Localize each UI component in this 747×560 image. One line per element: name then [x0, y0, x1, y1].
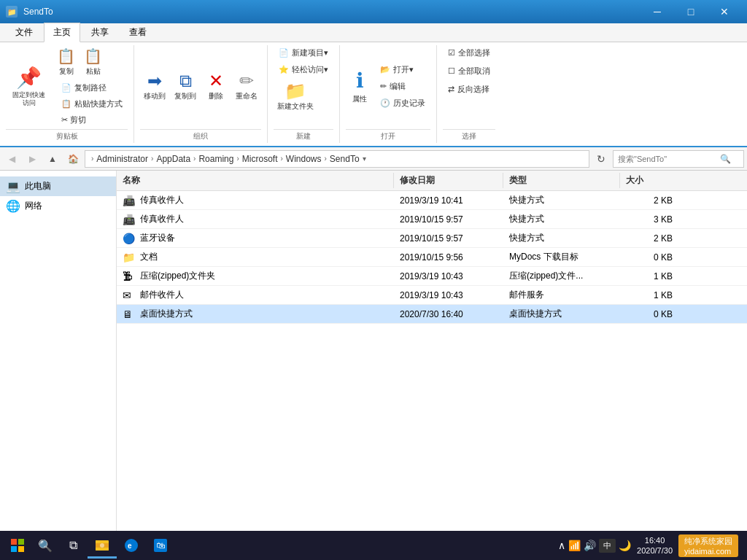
tab-view[interactable]: 查看 — [120, 23, 156, 42]
table-row[interactable]: ✉ 邮件收件人 2019/3/19 10:43 邮件服务 1 KB — [117, 286, 747, 305]
file-date: 2019/10/15 9:57 — [394, 230, 503, 246]
col-type[interactable]: 类型 — [503, 173, 620, 188]
easy-access-button[interactable]: ⭐ 轻松访问▾ — [274, 62, 333, 77]
open-icon: 📂 — [380, 65, 390, 74]
sidebar-item-this-pc[interactable]: 💻 此电脑 — [0, 176, 116, 196]
file-icon: 📁 — [123, 252, 136, 263]
path-appdata[interactable]: AppData — [156, 154, 190, 164]
sidebar-label-this-pc: 此电脑 — [25, 180, 51, 192]
clipboard-label: 剪贴板 — [6, 129, 128, 143]
select-none-button[interactable]: ☐ 全部取消 — [443, 63, 495, 79]
file-type: 快捷方式 — [503, 191, 620, 209]
clipboard-content: 📌 固定到快速访问 📋 复制 📋 粘贴 📄 — [6, 45, 128, 128]
path-windows[interactable]: Windows — [286, 154, 322, 164]
minimize-button[interactable]: ─ — [640, 0, 674, 23]
path-sendto[interactable]: SendTo — [330, 154, 360, 164]
col-date[interactable]: 修改日期 — [394, 173, 503, 188]
easy-access-icon: ⭐ — [279, 65, 289, 74]
sidebar-item-network[interactable]: 🌐 网络 — [0, 196, 116, 216]
file-type: 桌面快捷方式 — [503, 305, 620, 323]
copy-path-button[interactable]: 📄 复制路径 — [56, 80, 128, 96]
tab-home[interactable]: 主页 — [44, 23, 80, 42]
copy-to-button[interactable]: ⧉ 复制到 — [171, 70, 200, 104]
file-size: 0 KB — [620, 306, 678, 322]
this-pc-icon: 💻 — [6, 179, 20, 193]
taskbar-cortana[interactable]: ⧉ — [58, 532, 88, 559]
taskbar-search-button[interactable]: 🔍 — [32, 532, 58, 559]
file-size: 3 KB — [620, 211, 678, 228]
address-path[interactable]: › Administrator › AppData › Roaming › Mi… — [85, 150, 589, 168]
rename-button[interactable]: ✏ 重命名 — [232, 70, 261, 104]
cut-button[interactable]: ✂ 剪切 — [56, 112, 128, 128]
new-folder-button[interactable]: 📁 新建文件夹 — [274, 80, 317, 114]
table-row[interactable]: 📁 文档 2019/10/15 9:56 MyDocs 下载目标 0 KB — [117, 248, 747, 267]
svg-rect-2 — [11, 546, 17, 552]
new-item-icon: 📄 — [279, 48, 289, 58]
taskbar-explorer[interactable] — [88, 532, 117, 559]
invert-selection-button[interactable]: ⇄ 反向选择 — [443, 82, 495, 97]
table-row[interactable]: 🖥 桌面快捷方式 2020/7/30 16:40 桌面快捷方式 0 KB — [117, 305, 747, 324]
file-icon: 📠 — [123, 214, 136, 225]
search-box[interactable]: 🔍 — [613, 150, 744, 168]
pin-label: 固定到快速访问 — [12, 91, 45, 107]
history-button[interactable]: 🕐 历史记录 — [375, 96, 430, 111]
table-row[interactable]: 🔵 蓝牙设备 2019/10/15 9:57 快捷方式 2 KB — [117, 229, 747, 248]
taskbar-edge[interactable]: e — [117, 532, 146, 559]
moon-icon[interactable]: 🌙 — [619, 540, 631, 551]
col-size[interactable]: 大小 — [620, 173, 678, 188]
pin-button[interactable]: 📌 固定到快速访问 — [6, 62, 52, 111]
col-name[interactable]: 名称 — [117, 173, 394, 188]
taskbar-store[interactable]: 🛍 — [146, 532, 175, 559]
network-tray-icon[interactable]: 📶 — [568, 540, 581, 551]
select-all-button[interactable]: ☑ 全部选择 — [443, 45, 495, 61]
tab-share[interactable]: 共享 — [82, 23, 118, 42]
new-item-button[interactable]: 📄 新建项目▾ — [274, 45, 333, 61]
select-content: ☑ 全部选择 ☐ 全部取消 ⇄ 反向选择 — [443, 45, 495, 128]
svg-rect-0 — [11, 539, 17, 545]
start-button[interactable] — [3, 531, 32, 560]
search-icon: 🔍 — [720, 154, 731, 164]
path-roaming[interactable]: Roaming — [198, 154, 233, 164]
window-icon[interactable]: 📁 — [6, 6, 18, 18]
up-button[interactable]: ▲ — [44, 150, 61, 168]
ribbon-group-select: ☑ 全部选择 ☐ 全部取消 ⇄ 反向选择 选择 — [437, 45, 501, 143]
sidebar-label-network: 网络 — [25, 200, 42, 212]
tray-arrow[interactable]: ∧ — [558, 540, 565, 551]
close-button[interactable]: ✕ — [708, 0, 741, 23]
move-to-button[interactable]: ➡ 移动到 — [140, 70, 169, 104]
file-date: 2019/10/15 9:56 — [394, 249, 503, 265]
file-rows-container: 📠 传真收件人 2019/3/19 10:41 快捷方式 2 KB 📠 传真收件… — [117, 191, 747, 324]
volume-icon[interactable]: 🔊 — [584, 540, 596, 551]
home-button[interactable]: 🏠 — [64, 150, 82, 168]
table-row[interactable]: 📠 传真收件人 2019/10/15 9:57 快捷方式 3 KB — [117, 210, 747, 229]
table-row[interactable]: 🗜 压缩(zipped)文件夹 2019/3/19 10:43 压缩(zippe… — [117, 267, 747, 286]
watermark[interactable]: 纯净系统家园yidaimai.com — [678, 534, 738, 557]
ribbon-tabs: 文件 主页 共享 查看 — [0, 23, 747, 42]
file-icon: ✉ — [123, 289, 136, 301]
maximize-button[interactable]: □ — [674, 0, 708, 23]
ribbon: 📌 固定到快速访问 📋 复制 📋 粘贴 📄 — [0, 42, 747, 147]
file-size: 2 KB — [620, 230, 678, 246]
copy-button[interactable]: 📋 复制 — [53, 45, 79, 79]
paste-shortcut-button[interactable]: 📋 粘贴快捷方式 — [56, 96, 128, 112]
organize-label: 组织 — [140, 129, 261, 143]
properties-button[interactable]: ℹ 属性 — [346, 65, 374, 108]
ime-button[interactable]: 中 — [599, 539, 616, 553]
refresh-button[interactable]: ↻ — [592, 150, 610, 168]
open-button[interactable]: 📂 打开▾ — [375, 62, 430, 77]
title-bar-icons: 📁 — [6, 6, 18, 18]
taskbar: 🔍 ⧉ e 🛍 ∧ — [0, 531, 747, 560]
path-microsoft[interactable]: Microsoft — [242, 154, 278, 164]
forward-button[interactable]: ▶ — [23, 150, 41, 168]
delete-button[interactable]: ✕ 删除 — [201, 70, 231, 104]
time-date-block[interactable]: 16:40 2020/7/30 — [634, 534, 676, 558]
tab-file[interactable]: 文件 — [6, 23, 42, 42]
edit-button[interactable]: ✏ 编辑 — [375, 79, 430, 94]
back-button[interactable]: ◀ — [3, 150, 20, 168]
file-size: 1 KB — [620, 287, 678, 303]
file-name: 传真收件人 — [140, 194, 184, 206]
path-administrator[interactable]: Administrator — [96, 154, 148, 164]
table-row[interactable]: 📠 传真收件人 2019/3/19 10:41 快捷方式 2 KB — [117, 191, 747, 210]
paste-button[interactable]: 📋 粘贴 — [80, 45, 106, 79]
search-input[interactable] — [618, 155, 720, 163]
